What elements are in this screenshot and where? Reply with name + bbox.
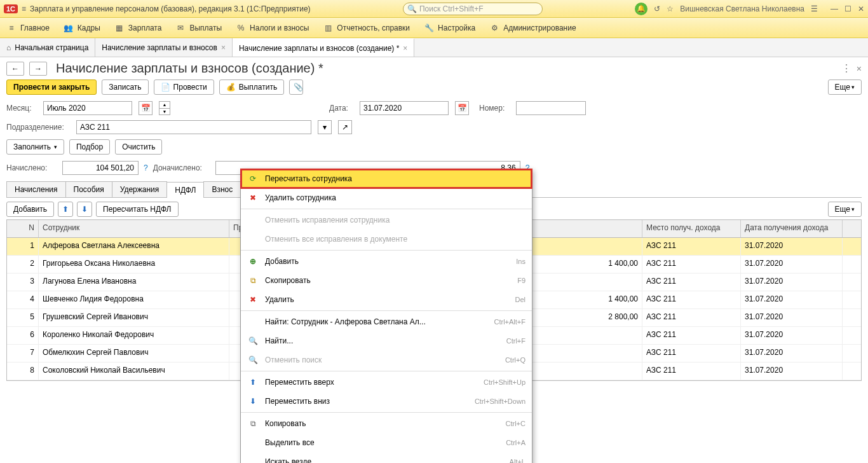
cell-emp: Короленко Николай Федорович (39, 327, 229, 344)
cell-n: 5 (7, 309, 39, 326)
spin-down-icon[interactable]: ▼ (159, 109, 170, 115)
cell-place: АЗС 211 (642, 273, 741, 291)
recalc-ndfl-button[interactable]: Пересчитать НДФЛ (96, 202, 178, 217)
move-up-button[interactable]: ⬆ (58, 202, 73, 217)
nav-fwd-button[interactable]: → (29, 62, 47, 76)
month-label: Месяц: (6, 104, 37, 113)
subtab-contrib[interactable]: Взнос (203, 181, 241, 197)
gear-icon: ⚙ (489, 23, 499, 33)
cell-place: АЗС 211 (642, 327, 741, 344)
subdiv-field[interactable] (76, 120, 311, 134)
subtab-benefits[interactable]: Пособия (65, 181, 112, 197)
ctx-copy2[interactable]: ⧉КопироватьCtrl+C (241, 414, 532, 433)
month-field[interactable] (43, 101, 132, 115)
cell-date: 31.07.2020 (741, 238, 843, 255)
percent-icon: % (236, 23, 246, 33)
subdiv-label: Подразделение: (6, 123, 70, 132)
ctx-find-exact[interactable]: Найти: Сотрудник - Алферова Светлана Ал.… (241, 312, 532, 331)
ctx-copy[interactable]: ⧉СкопироватьF9 (241, 271, 532, 290)
command-bar: Провести и закрыть Записать 📄Провести 💰В… (6, 79, 862, 95)
menu-nastr[interactable]: 🔧Настройка (424, 23, 475, 33)
context-menu: ⟳Пересчитать сотрудника ✖Удалить сотрудн… (240, 169, 532, 463)
hamburger-icon[interactable]: ≡ (22, 4, 26, 13)
calendar-icon[interactable]: 📅 (139, 101, 153, 115)
doc-close-icon[interactable]: × (857, 64, 862, 74)
tab-doc1[interactable]: Начисление зарплаты и взносов× (95, 38, 233, 57)
menu-main[interactable]: ≡Главное (6, 23, 50, 33)
subtab-accruals[interactable]: Начисления (6, 181, 66, 197)
ctx-add[interactable]: ⊕ДобавитьIns (241, 252, 532, 271)
ctx-del-emp[interactable]: ✖Удалить сотрудника (241, 188, 532, 207)
global-search[interactable]: 🔍 Поиск Ctrl+Shift+F (403, 3, 543, 15)
menu-kadry[interactable]: 👥Кадры (64, 23, 100, 33)
accrued-label: Начислено: (6, 163, 57, 172)
arrow-up-icon: ⬆ (247, 378, 259, 387)
menu-nalogi[interactable]: %Налоги и взносы (236, 23, 309, 33)
delete-icon: ✖ (247, 193, 259, 202)
filter-icon[interactable]: ☰ (811, 4, 818, 13)
col-date[interactable]: Дата получения дохода (741, 220, 843, 237)
chevron-down-icon: ▾ (54, 144, 57, 150)
search-icon: 🔍 (247, 336, 259, 345)
move-down-button[interactable]: ⬇ (77, 202, 92, 217)
add-button[interactable]: Добавить (6, 202, 54, 217)
month-spinner[interactable]: ▲▼ (159, 101, 170, 115)
menu-otchet[interactable]: ▥Отчетность, справки (323, 23, 410, 33)
tab-close-icon[interactable]: × (221, 43, 226, 52)
col-emp[interactable]: Сотрудник (39, 220, 229, 237)
open-icon[interactable]: ↗ (338, 120, 352, 134)
nav-back-button[interactable]: ← (6, 62, 24, 76)
star-icon[interactable]: ☆ (667, 4, 674, 13)
menu-admin[interactable]: ⚙Администрирование (489, 23, 576, 33)
ctx-select-all[interactable]: Выделить всеCtrl+A (241, 433, 532, 452)
close-icon[interactable]: ✕ (858, 4, 864, 13)
dropdown-icon[interactable]: ▾ (318, 120, 332, 134)
clear-button[interactable]: Очистить (115, 139, 162, 155)
number-field[interactable] (516, 101, 586, 115)
tab-doc2[interactable]: Начисление зарплаты и взносов (создание)… (233, 38, 414, 57)
col-place[interactable]: Место получ. дохода (642, 220, 741, 237)
bell-icon[interactable]: 🔔 (635, 3, 648, 15)
subtab-deductions[interactable]: Удержания (112, 181, 168, 197)
tab-close-icon[interactable]: × (403, 44, 407, 53)
post-button[interactable]: 📄Провести (154, 79, 214, 95)
spin-up-icon[interactable]: ▲ (159, 102, 170, 109)
more-button[interactable]: Еще▾ (828, 79, 862, 95)
cell-n: 7 (7, 345, 39, 362)
pick-button[interactable]: Подбор (69, 139, 110, 155)
ctx-move-up[interactable]: ⬆Переместить вверхCtrl+Shift+Up (241, 373, 532, 392)
menu-zarplata[interactable]: ▦Зарплата (114, 23, 162, 33)
copy-icon: ⧉ (247, 276, 259, 285)
calendar-icon[interactable]: 📅 (455, 101, 469, 115)
pay-button[interactable]: 💰Выплатить (219, 79, 285, 95)
history-icon[interactable]: ↺ (654, 4, 660, 13)
date-field[interactable] (360, 101, 449, 115)
subtab-ndfl[interactable]: НДФЛ (166, 182, 204, 198)
help-icon[interactable]: ? (144, 163, 148, 172)
menu-vyplaty[interactable]: ✉Выплаты (175, 23, 222, 33)
save-button[interactable]: Записать (102, 79, 148, 95)
ctx-recalc-emp[interactable]: ⟳Пересчитать сотрудника (241, 169, 532, 188)
cell-date: 31.07.2020 (741, 363, 843, 380)
cell-n: 6 (7, 327, 39, 344)
table-more-button[interactable]: Еще▾ (828, 202, 862, 217)
col-n[interactable]: N (7, 220, 39, 237)
home-icon: ⌂ (6, 43, 11, 52)
username[interactable]: Вишневская Светлана Николаевна (680, 4, 804, 13)
fill-button[interactable]: Заполнить▾ (6, 139, 64, 155)
more-icon[interactable]: ⋮ (841, 62, 851, 74)
ctx-move-down[interactable]: ⬇Переместить внизCtrl+Shift+Down (241, 392, 532, 411)
ctx-del[interactable]: ✖УдалитьDel (241, 290, 532, 309)
ctx-search-all[interactable]: Искать вездеAlt+L (241, 452, 532, 463)
ctx-find[interactable]: 🔍Найти...Ctrl+F (241, 331, 532, 350)
post-close-button[interactable]: Провести и закрыть (6, 79, 97, 95)
cell-n: 4 (7, 291, 39, 308)
cancel-search-icon: 🔍 (247, 356, 259, 364)
cell-n: 1 (7, 238, 39, 255)
attach-button[interactable]: 📎 (289, 79, 303, 95)
tab-home[interactable]: ⌂Начальная страница (0, 38, 95, 57)
minimize-icon[interactable]: — (831, 4, 838, 13)
maximize-icon[interactable]: ☐ (844, 4, 851, 13)
wrench-icon: 🔧 (424, 23, 434, 33)
plus-icon: ⊕ (247, 257, 259, 266)
